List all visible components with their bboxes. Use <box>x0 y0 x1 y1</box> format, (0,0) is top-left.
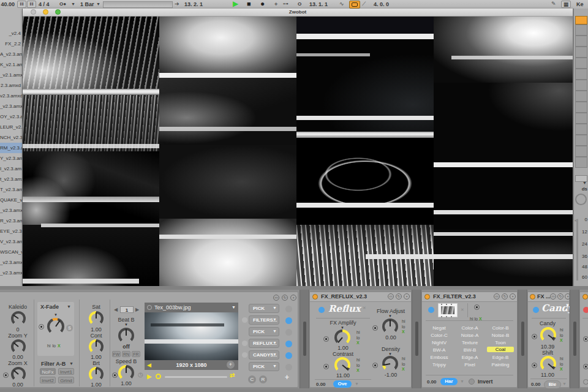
filter-mode-pill[interactable]: Har <box>440 378 458 385</box>
filter-option[interactable]: BW-B <box>456 347 483 353</box>
stepper-left-icon[interactable]: ◀ <box>114 307 118 312</box>
fr-button[interactable]: FR <box>132 351 140 357</box>
sync-icon[interactable]: ↻ <box>502 293 508 300</box>
fx-enable-led[interactable] <box>583 307 588 313</box>
fw-button[interactable]: FW <box>112 351 121 357</box>
zoom-x-value[interactable]: 0.00 <box>4 382 31 388</box>
xfade-menu[interactable]: X-Fade <box>40 304 59 310</box>
candy-mode-pill[interactable]: Ble <box>544 380 561 389</box>
mode-caret-icon[interactable]: ▼ <box>562 382 567 386</box>
filter-mod-radio[interactable] <box>474 304 480 310</box>
filter-option[interactable]: BW-A <box>427 347 451 353</box>
video-filename[interactable]: Tex_003bw.jpg <box>154 304 191 311</box>
mod-radio[interactable] <box>583 364 588 369</box>
video-play-icon[interactable]: ▶ <box>147 373 152 380</box>
play-button[interactable]: ▶ <box>233 0 238 8</box>
stop-button[interactable]: ■ <box>247 0 251 8</box>
zoom-y-value[interactable]: 0.00 <box>4 354 31 360</box>
chain-led[interactable] <box>285 364 292 371</box>
filter-option[interactable]: Toon <box>487 340 514 345</box>
hi-lo-x[interactable]: hiloX <box>402 356 405 372</box>
rn-button[interactable]: RN <box>122 351 130 357</box>
device-activator[interactable] <box>312 294 318 300</box>
automation-arm-icon[interactable]: ⊶ <box>283 0 288 7</box>
loop-start-field[interactable]: 13. 1. 1 <box>309 1 328 7</box>
filter-option[interactable]: Negat <box>427 325 451 331</box>
brt-value[interactable]: 1.00 <box>84 382 108 388</box>
clip-slot[interactable] <box>575 135 587 146</box>
punch-in-icon[interactable]: ∿ <box>339 0 344 7</box>
window-titlebar[interactable]: Zwobot <box>23 9 573 17</box>
speed-b-mod-radio[interactable] <box>112 372 118 378</box>
scrub-slider[interactable] <box>165 376 227 378</box>
close-icon[interactable]: ✕ <box>363 306 366 311</box>
browser-item[interactable]: _v2.3.amx <box>0 101 22 111</box>
kaleido-value[interactable]: 0 <box>4 326 31 333</box>
sync-icon[interactable]: ↻ <box>557 293 564 300</box>
hi-lo-x[interactable]: hiloX <box>560 356 563 372</box>
save-icon[interactable]: ▪ <box>510 293 516 300</box>
kaleido-knob[interactable] <box>11 311 26 326</box>
clip-slot[interactable] <box>575 124 587 135</box>
invrt2-button[interactable]: Invrt2 <box>40 377 56 383</box>
device-titlebar[interactable]: FX ... ▭ ↻ ▪ <box>528 292 569 302</box>
flow-value[interactable]: 0.00 <box>371 334 410 341</box>
amplify-value[interactable]: 1.00 <box>316 345 370 351</box>
filter-option[interactable]: Pixel <box>456 362 483 368</box>
c-button[interactable]: C <box>248 375 256 383</box>
amplify-knob[interactable] <box>334 330 350 345</box>
filter-option[interactable]: Painting <box>487 362 514 368</box>
contrast-mod-radio[interactable] <box>323 364 329 369</box>
xfade-caret-icon[interactable]: ▼ <box>67 304 71 309</box>
device-titlebar[interactable]: FX_REFLUX_v2.3 ▭ ↻ ▪ <box>310 292 411 302</box>
device-separator[interactable] <box>518 290 527 392</box>
sync-icon[interactable]: ↻ <box>282 295 288 301</box>
invrt1-button[interactable]: Invrt1 <box>58 368 74 375</box>
fx-enable-led[interactable] <box>318 307 325 313</box>
zoom-x-knob[interactable] <box>11 367 26 382</box>
shift-value[interactable]: 11.00 <box>533 372 562 378</box>
hi-lo-x[interactable]: hiloX <box>356 330 360 346</box>
capture-button[interactable]: O <box>298 1 301 7</box>
invert-toggle[interactable] <box>469 379 475 385</box>
clip-slot-active[interactable] <box>575 16 587 24</box>
quantize-caret-icon[interactable]: ▼ <box>96 2 100 6</box>
browser-item[interactable]: V_v2.3.am <box>0 236 22 247</box>
xfade-knob[interactable] <box>47 318 64 335</box>
browser-item[interactable]: t_v2.3.amx <box>0 174 22 184</box>
r-button[interactable]: R <box>259 375 267 383</box>
filter-option[interactable]: NightV <box>427 340 451 345</box>
clock-icon[interactable]: ◷ <box>138 371 143 378</box>
hi-lo-x[interactable]: hiloX <box>470 312 482 323</box>
cont-value[interactable]: 1.00 <box>84 354 108 360</box>
map-icon[interactable]: ▭ <box>273 295 279 301</box>
browser-item[interactable]: _v2.1.amx <box>0 70 22 80</box>
clip-slot[interactable] <box>575 80 587 91</box>
rack-led[interactable] <box>242 352 247 358</box>
chain-led-active[interactable] <box>285 352 292 359</box>
hi-lo-x[interactable]: hiloX <box>356 358 360 374</box>
clip-slot[interactable] <box>575 113 587 124</box>
filter-option[interactable]: Noise-A <box>456 333 483 338</box>
device-separator[interactable] <box>300 290 309 392</box>
follow-icon[interactable]: ➔ <box>175 0 179 7</box>
reflux-mode-pill[interactable]: Ove <box>333 380 352 388</box>
flow-knob[interactable] <box>382 318 398 334</box>
browser-item[interactable]: _v2.3.amx <box>0 268 22 278</box>
sync-icon[interactable]: ↻ <box>396 293 402 300</box>
clip-slot[interactable] <box>575 102 587 113</box>
close-icon[interactable]: ✕ <box>565 306 568 311</box>
browser-item[interactable]: 2.3.amxd <box>0 80 22 91</box>
chain-led[interactable] <box>285 306 292 312</box>
clip-slot[interactable] <box>575 47 587 58</box>
browser-item[interactable]: NCH_v2.3. <box>0 132 22 143</box>
device-separator[interactable] <box>570 290 579 392</box>
stepper-right-icon[interactable]: ▶ <box>135 307 139 312</box>
loop-length-field[interactable]: 4. 0. 0 <box>374 1 389 7</box>
speed-b-value[interactable]: 1.00 <box>113 380 140 386</box>
add-file-button[interactable]: + <box>227 361 235 369</box>
browser-item[interactable]: _v2.3.amx <box>0 257 22 268</box>
candy-value[interactable]: 10.39 <box>533 344 562 350</box>
browser-item[interactable]: R_v2.3.am <box>0 216 22 226</box>
groove-amount[interactable]: O● <box>59 1 66 7</box>
